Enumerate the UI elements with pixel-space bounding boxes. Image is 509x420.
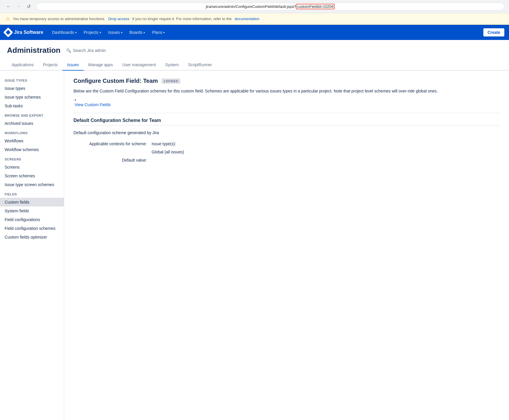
drop-access-link[interactable]: Drop access <box>108 17 129 21</box>
chevron-down-icon: ▾ <box>121 31 122 34</box>
browser-nav-buttons: ← → ↺ <box>5 2 33 10</box>
scheme-description: Default configuration scheme generated b… <box>73 130 500 135</box>
sidebar-item-sub-tasks[interactable]: Sub-tasks <box>0 102 64 110</box>
warning-text-before: You have temporary access to administrat… <box>13 17 105 21</box>
warning-text-end: . <box>262 17 264 21</box>
browser-chrome: ← → ↺ jira/secure/admin/ConfigureCustomF… <box>0 0 509 13</box>
issue-types-label: Issue type(s): <box>149 140 500 148</box>
chevron-down-icon: ▾ <box>143 31 145 34</box>
warning-banner: ⚠ You have temporary access to administr… <box>0 13 509 25</box>
default-value <box>149 156 500 164</box>
sidebar-section-issue-types-label: ISSUE TYPES <box>0 75 64 84</box>
description-text: Below are the Custom Field Configuration… <box>73 88 500 94</box>
nav-plans[interactable]: Plans ▾ <box>149 28 168 37</box>
scheme-title: Default Configuration Scheme for Team <box>73 118 500 123</box>
tab-projects[interactable]: Projects <box>38 60 63 71</box>
nav-dashboards[interactable]: Dashboards ▾ <box>49 28 80 37</box>
nav-boards[interactable]: Boards ▾ <box>127 28 148 37</box>
search-placeholder: Search Jira admin <box>73 48 106 53</box>
sidebar-item-workflows[interactable]: Workflows <box>0 136 64 145</box>
top-nav: Jira Software Dashboards ▾ Projects ▾ Is… <box>0 25 509 40</box>
sidebar-section-browse-label: BROWSE AND EXPORT <box>0 110 64 119</box>
sidebar-item-field-configuration-schemes[interactable]: Field configuration schemes <box>0 224 64 233</box>
url-highlight: customFieldId=10204 <box>296 4 335 9</box>
admin-search[interactable]: 🔍 Search Jira admin <box>66 48 106 53</box>
view-custom-fields-link[interactable]: View Custom Fields <box>75 102 500 107</box>
configure-custom-field-title: Configure Custom Field: Team <box>73 78 158 84</box>
refresh-button[interactable]: ↺ <box>24 2 33 10</box>
admin-header: Administration 🔍 Search Jira admin <box>0 40 509 55</box>
sidebar-section-fields-label: FIELDS <box>0 189 64 198</box>
table-row-applicable-contexts: Applicable contexts for scheme: Issue ty… <box>73 140 500 148</box>
sidebar-item-system-fields[interactable]: System fields <box>0 206 64 215</box>
sidebar-item-screen-schemes[interactable]: Screen schemes <box>0 172 64 180</box>
back-button[interactable]: ← <box>5 2 13 10</box>
nav-projects[interactable]: Projects ▾ <box>81 28 104 37</box>
sidebar-item-issue-types[interactable]: Issue types <box>0 84 64 93</box>
tab-applications[interactable]: Applications <box>7 60 38 71</box>
content-area: Configure Custom Field: Team LOCKED Belo… <box>64 71 509 420</box>
sidebar-section-workflows-label: WORKFLOWS <box>0 128 64 136</box>
logo-text: Jira Software <box>14 30 43 35</box>
sidebar-section-screens-label: SCREENS <box>0 154 64 163</box>
tab-system[interactable]: System <box>161 60 184 71</box>
tab-manage-apps[interactable]: Manage apps <box>84 60 118 71</box>
sidebar-item-custom-fields[interactable]: Custom fields <box>0 198 64 206</box>
forward-button[interactable]: → <box>15 2 23 10</box>
table-row-default-value: Default value: <box>73 156 500 164</box>
sidebar-item-screens[interactable]: Screens <box>0 163 64 172</box>
tab-issues[interactable]: Issues <box>62 60 83 71</box>
sidebar-item-issue-type-schemes[interactable]: Issue type schemes <box>0 93 64 102</box>
jira-logo-icon <box>3 27 13 37</box>
view-custom-fields-bullet: View Custom Fields <box>75 98 500 107</box>
configure-title-row: Configure Custom Field: Team LOCKED <box>73 78 500 84</box>
sidebar-item-field-configurations[interactable]: Field configurations <box>0 215 64 224</box>
table-row-issue-types: Global (all issues) <box>73 148 500 156</box>
search-icon: 🔍 <box>66 48 71 53</box>
tab-scriptrunner[interactable]: ScriptRunner <box>183 60 217 71</box>
context-table: Applicable contexts for scheme: Issue ty… <box>73 140 500 164</box>
documentation-link[interactable]: documentation <box>235 17 259 21</box>
warning-icon: ⚠ <box>6 16 10 22</box>
admin-tabs: Applications Projects Issues Manage apps… <box>0 60 509 71</box>
sidebar: ISSUE TYPES Issue types Issue type schem… <box>0 71 64 420</box>
sidebar-item-archived-issues[interactable]: Archived issues <box>0 119 64 128</box>
tab-user-management[interactable]: User management <box>117 60 160 71</box>
section-divider <box>73 113 500 113</box>
scheme-divider <box>73 125 500 126</box>
chevron-down-icon: ▾ <box>75 31 77 34</box>
address-bar[interactable]: jira/secure/admin/ConfigureCustomField!d… <box>36 3 504 10</box>
page-container: Administration 🔍 Search Jira admin Appli… <box>0 40 509 420</box>
applicable-contexts-label: Applicable contexts for scheme: <box>73 140 149 148</box>
main-layout: ISSUE TYPES Issue types Issue type schem… <box>0 71 509 420</box>
locked-badge: LOCKED <box>162 78 180 84</box>
warning-text-middle: if you no longer require it. For more in… <box>132 17 232 21</box>
chevron-down-icon: ▾ <box>163 31 165 34</box>
nav-issues[interactable]: Issues ▾ <box>105 28 125 37</box>
sidebar-item-workflow-schemes[interactable]: Workflow schemes <box>0 145 64 154</box>
issue-types-value: Global (all issues) <box>149 148 500 156</box>
chevron-down-icon: ▾ <box>100 31 101 34</box>
create-button[interactable]: Create <box>483 28 504 36</box>
sidebar-item-issue-type-screen-schemes[interactable]: Issue type screen schemes <box>0 180 64 189</box>
url-text: jira/secure/admin/ConfigureCustomField!d… <box>41 4 499 9</box>
page-title: Administration <box>7 46 60 55</box>
sidebar-item-custom-fields-optimizer[interactable]: Custom fields optimizer <box>0 233 64 242</box>
default-value-label: Default value: <box>73 156 149 164</box>
logo-area[interactable]: Jira Software <box>5 29 43 36</box>
